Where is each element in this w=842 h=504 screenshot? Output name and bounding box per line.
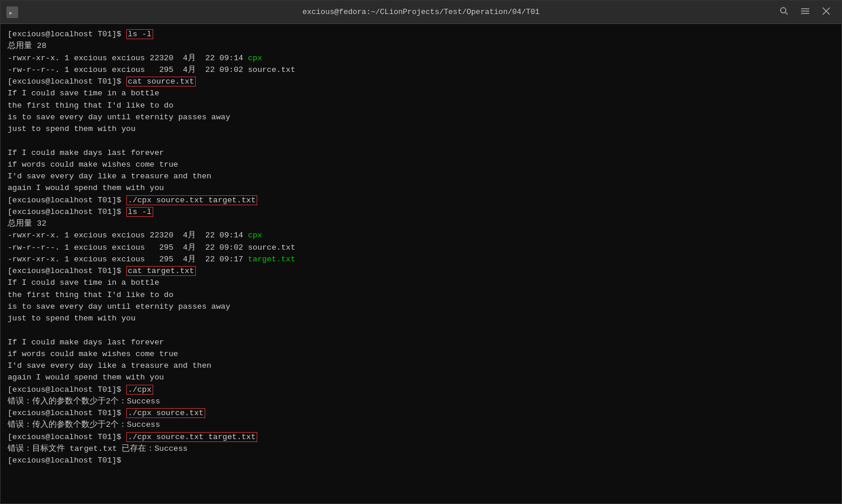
terminal-line: [excious@localhost T01]$ ./cpx source.tx… (8, 431, 834, 443)
text-part: -rwxr-xr-x. 1 excious excious 295 4月 22 … (8, 255, 248, 264)
terminal-line: [excious@localhost T01]$ (8, 455, 834, 467)
prompt: [excious@localhost T01]$ (8, 77, 126, 86)
svg-line-3 (785, 12, 788, 15)
command: ./cpx source.txt target.txt (126, 432, 258, 442)
terminal-line: -rw-r--r--. 1 excious excious 295 4月 22 … (8, 242, 834, 254)
terminal-line: if words could make wishes come true (8, 348, 834, 360)
command: ./cpx source.txt target.txt (126, 195, 258, 205)
terminal-line: just to spend them with you (8, 313, 834, 325)
terminal-line: 总用量 32 (8, 218, 834, 230)
terminal-line (8, 135, 834, 147)
terminal-line: if words could make wishes come true (8, 159, 834, 171)
prompt: [excious@localhost T01]$ (8, 433, 126, 441)
terminal-line: [excious@localhost T01]$ ls -l (8, 29, 834, 40)
terminal-line: If I could make days last forever (8, 147, 834, 159)
prompt: [excious@localhost T01]$ (8, 267, 126, 275)
terminal-line: the first thing that I'd like to do (8, 100, 834, 112)
search-button[interactable] (775, 4, 793, 20)
prompt: [excious@localhost T01]$ (8, 456, 126, 465)
svg-text:▶: ▶ (9, 10, 13, 16)
prompt: [excious@localhost T01]$ (8, 385, 126, 394)
menu-button[interactable] (796, 4, 815, 20)
terminal-line: If I could save time in a bottle (8, 277, 834, 289)
terminal-line (8, 325, 834, 336)
terminal-line: again I would spend them with you (8, 182, 834, 194)
text-part: -rwxr-xr-x. 1 excious excious 22320 4月 2… (8, 231, 248, 240)
text-part: cpx (248, 231, 262, 240)
terminal-line: is to save every day until eternity pass… (8, 301, 834, 313)
command: ls -l (126, 207, 154, 217)
terminal-line: [excious@localhost T01]$ cat source.txt (8, 76, 834, 88)
text-part: target.txt (248, 255, 295, 264)
text-part: cpx (248, 54, 262, 63)
terminal-line: -rwxr-xr-x. 1 excious excious 22320 4月 2… (8, 230, 834, 241)
command: ls -l (126, 29, 154, 39)
terminal-line: the first thing that I'd like to do (8, 289, 834, 301)
terminal-line: [excious@localhost T01]$ ./cpx (8, 384, 834, 396)
command: cat target.txt (126, 266, 196, 276)
terminal-line: again I would spend them with you (8, 372, 834, 384)
prompt: [excious@localhost T01]$ (8, 208, 126, 216)
prompt: [excious@localhost T01]$ (8, 409, 126, 417)
command: ./cpx (126, 385, 154, 395)
terminal-icon: ▶ (6, 6, 18, 18)
terminal-line: just to spend them with you (8, 123, 834, 135)
terminal-line: I'd save every day like a treasure and t… (8, 360, 834, 372)
terminal-line: -rwxr-xr-x. 1 excious excious 22320 4月 2… (8, 53, 834, 64)
terminal-line: If I could make days last forever (8, 337, 834, 348)
command: cat source.txt (126, 77, 196, 87)
svg-point-2 (781, 8, 786, 13)
terminal-line: is to save every day until eternity pass… (8, 112, 834, 123)
terminal-line: [excious@localhost T01]$ cat target.txt (8, 265, 834, 277)
close-button[interactable] (817, 4, 836, 20)
terminal-line: [excious@localhost T01]$ ls -l (8, 206, 834, 218)
terminal-line: If I could save time in a bottle (8, 88, 834, 99)
text-part: -rwxr-xr-x. 1 excious excious 22320 4月 2… (8, 54, 248, 63)
titlebar-left: ▶ (6, 6, 18, 18)
prompt: [excious@localhost T01]$ (8, 196, 126, 205)
terminal-line: 总用量 28 (8, 40, 834, 52)
terminal-line: 错误：传入的参数个数少于2个：Success (8, 396, 834, 408)
titlebar: ▶ excious@fedora:~/CLionProjects/Test/Op… (1, 1, 841, 24)
terminal-line: [excious@localhost T01]$ ./cpx source.tx… (8, 195, 834, 206)
terminal-line: -rw-r--r--. 1 excious excious 295 4月 22 … (8, 64, 834, 76)
window-title: excious@fedora:~/CLionProjects/Test/Oper… (302, 8, 540, 16)
terminal-window: ▶ excious@fedora:~/CLionProjects/Test/Op… (0, 0, 842, 504)
terminal-line: 错误：传入的参数个数少于2个：Success (8, 419, 834, 431)
terminal-line: -rwxr-xr-x. 1 excious excious 295 4月 22 … (8, 254, 834, 265)
prompt: [excious@localhost T01]$ (8, 30, 126, 39)
terminal-line: I'd save every day like a treasure and t… (8, 171, 834, 182)
terminal-line: 错误：目标文件 target.txt 已存在：Success (8, 443, 834, 455)
terminal-body[interactable]: [excious@localhost T01]$ ls -l总用量 28-rwx… (1, 24, 841, 503)
titlebar-controls (775, 4, 836, 20)
terminal-line: [excious@localhost T01]$ ./cpx source.tx… (8, 408, 834, 419)
command: ./cpx source.txt (126, 408, 206, 418)
